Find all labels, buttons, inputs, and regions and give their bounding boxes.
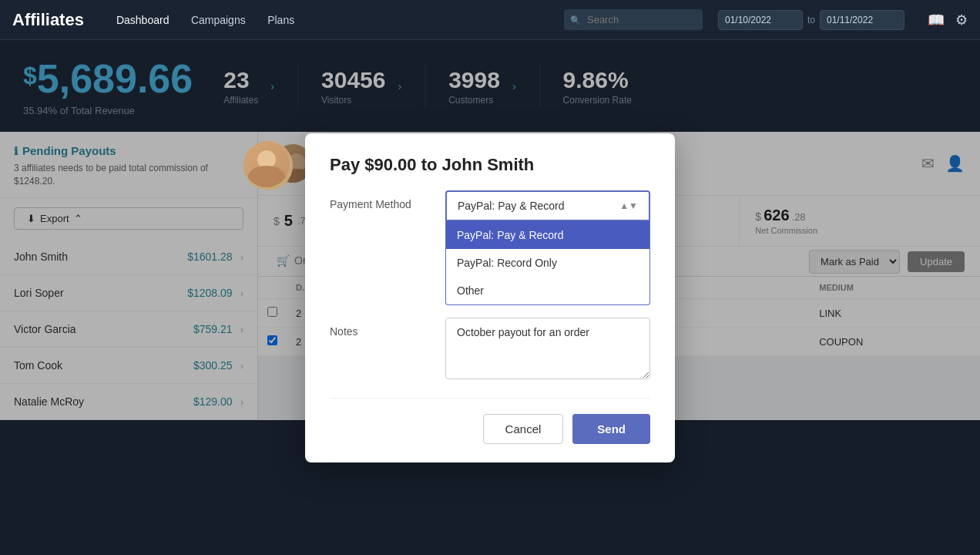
main-nav: Dashboard Campaigns Plans	[107, 13, 304, 27]
date-from-input[interactable]	[718, 10, 803, 30]
notes-textarea[interactable]: October payout for an order	[445, 318, 650, 379]
cancel-button[interactable]: Cancel	[483, 414, 564, 444]
payment-method-control: PayPal: Pay & Record ▲▼ PayPal: Pay & Re…	[445, 190, 650, 305]
send-button[interactable]: Send	[572, 414, 650, 444]
search-input[interactable]	[564, 9, 703, 30]
book-icon[interactable]: 📖	[928, 12, 945, 29]
nav-campaigns[interactable]: Campaigns	[182, 9, 255, 31]
modal-container: Pay $90.00 to John Smith Payment Method …	[305, 133, 675, 462]
modal-avatar-face	[243, 141, 290, 187]
dropdown-option-other[interactable]: Other	[446, 277, 649, 304]
notes-label: Notes	[330, 318, 430, 338]
header-icons: 📖 ⚙	[928, 12, 968, 29]
settings-icon[interactable]: ⚙	[955, 12, 968, 29]
notes-row: Notes October payout for an order	[330, 318, 650, 382]
date-separator: to	[807, 15, 815, 25]
brand-logo: Affiliates	[12, 10, 84, 30]
pay-modal: Pay $90.00 to John Smith Payment Method …	[305, 133, 675, 462]
modal-avatar	[243, 141, 293, 190]
dropdown-option-paypal-record[interactable]: PayPal: Record Only	[446, 249, 649, 277]
dropdown-option-paypal-pay[interactable]: PayPal: Pay & Record	[446, 221, 649, 249]
search-wrapper	[564, 9, 703, 30]
payment-method-row: Payment Method PayPal: Pay & Record ▲▼ P…	[330, 190, 650, 305]
payment-select-trigger[interactable]: PayPal: Pay & Record ▲▼	[445, 190, 650, 221]
payment-method-label: Payment Method	[330, 190, 430, 210]
nav-dashboard[interactable]: Dashboard	[107, 9, 179, 31]
modal-backdrop: Pay $90.00 to John Smith Payment Method …	[0, 40, 980, 555]
notes-control: October payout for an order	[445, 318, 650, 382]
modal-title: Pay $90.00 to John Smith	[330, 155, 650, 175]
date-to-input[interactable]	[820, 10, 904, 30]
app-header: Affiliates Dashboard Campaigns Plans to …	[0, 0, 980, 40]
nav-plans[interactable]: Plans	[258, 9, 304, 31]
date-range: to	[718, 10, 904, 30]
modal-divider	[330, 398, 650, 399]
select-chevron-icon: ▲▼	[619, 200, 638, 211]
payment-dropdown: PayPal: Pay & Record PayPal: Record Only…	[445, 221, 650, 305]
modal-actions: Cancel Send	[330, 414, 650, 444]
selected-option: PayPal: Pay & Record	[458, 200, 565, 212]
